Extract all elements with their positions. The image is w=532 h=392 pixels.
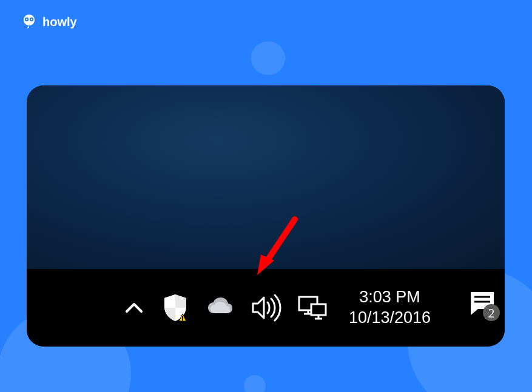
svg-point-3: [31, 19, 32, 20]
decor-circle: [251, 41, 285, 75]
brand-text: howly: [42, 15, 77, 29]
screenshot-container: 3:03 PM 10/13/2016 2: [27, 85, 505, 347]
speaker-icon: [248, 290, 283, 325]
onedrive-tray-icon[interactable]: [203, 291, 236, 324]
clock-date: 10/13/2016: [349, 308, 431, 328]
svg-rect-8: [182, 319, 183, 321]
windows-defender-tray-icon[interactable]: [160, 292, 191, 324]
owl-icon: [21, 13, 38, 30]
network-tray-icon[interactable]: [295, 291, 329, 325]
svg-point-2: [26, 19, 27, 20]
volume-tray-icon[interactable]: [248, 290, 283, 325]
decor-circle: [244, 375, 266, 392]
action-center-icon: 2: [465, 287, 503, 326]
desktop-wallpaper: [27, 85, 505, 269]
cloud-icon: [203, 291, 236, 324]
svg-rect-12: [311, 304, 326, 315]
windows-taskbar: 3:03 PM 10/13/2016 2: [27, 269, 505, 347]
shield-icon: [160, 292, 191, 324]
svg-rect-7: [182, 316, 183, 319]
notification-badge-count: 2: [488, 305, 495, 321]
action-center-button[interactable]: 2: [465, 287, 503, 328]
chevron-up-icon: [121, 294, 147, 321]
taskbar-clock[interactable]: 3:03 PM 10/13/2016: [349, 287, 431, 328]
network-monitor-icon: [295, 291, 329, 325]
clock-time: 3:03 PM: [359, 287, 420, 308]
show-hidden-icons-button[interactable]: [121, 294, 147, 321]
brand-logo: howly: [21, 13, 77, 30]
system-tray: 3:03 PM 10/13/2016: [121, 269, 505, 347]
